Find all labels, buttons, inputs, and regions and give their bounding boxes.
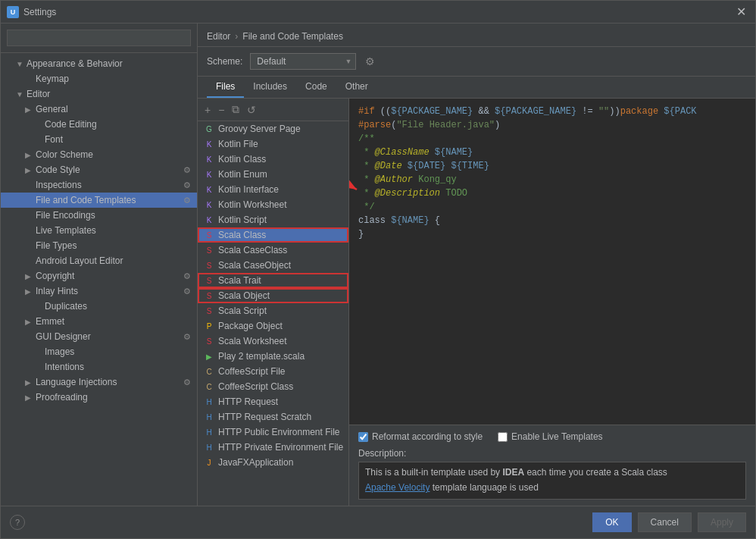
file-item-scala-trait[interactable]: S Scala Trait [198, 273, 348, 288]
apache-velocity-link[interactable]: Apache Velocity [365, 482, 430, 493]
scheme-label: Scheme: [207, 56, 242, 67]
tab-files[interactable]: Files [207, 77, 244, 98]
file-item-javafx[interactable]: J JavaFXApplication [198, 455, 348, 470]
sidebar-item-code-editing[interactable]: Code Editing [1, 117, 197, 132]
live-templates-checkbox-label[interactable]: Enable Live Templates [498, 431, 603, 442]
file-item-scala-class[interactable]: S Scala Class [198, 227, 348, 243]
sidebar-item-gui-designer[interactable]: GUI Designer ⚙ [1, 329, 197, 344]
sidebar-item-file-types[interactable]: File Types [1, 238, 197, 253]
scala-icon-5: S [204, 290, 214, 301]
file-item-kotlin-interface[interactable]: K Kotlin Interface [198, 182, 348, 197]
kotlin-icon-4: K [204, 184, 214, 195]
file-item-http-private[interactable]: H HTTP Private Environment File [198, 440, 348, 455]
scheme-select[interactable]: Default Project [250, 53, 356, 70]
ok-button[interactable]: OK [592, 512, 631, 532]
apply-button[interactable]: Apply [698, 512, 746, 532]
file-item-coffeescript-class[interactable]: C CoffeeScript Class [198, 379, 348, 394]
main-content: Editor › File and Code Templates Scheme:… [198, 24, 755, 506]
code-line-2: #parse("File Header.java") [358, 118, 749, 132]
search-input[interactable] [7, 30, 191, 46]
file-item-scala-caseclass[interactable]: S Scala CaseClass [198, 243, 348, 258]
sidebar-item-copyright[interactable]: ▶ Copyright ⚙ [1, 268, 197, 284]
sidebar-item-editor[interactable]: ▼ Editor [1, 86, 197, 102]
sidebar-item-file-templates[interactable]: File and Code Templates ⚙ [1, 193, 197, 208]
file-item-kotlin-enum[interactable]: K Kotlin Enum [198, 167, 348, 182]
help-button[interactable]: ? [10, 515, 25, 530]
dialog-body: 🔍 ▼ Appearance & Behavior Keymap ▼ Edito… [1, 24, 755, 506]
reformat-checkbox-label[interactable]: Reformat according to style [358, 431, 483, 442]
tabs-row: Files Includes Code Other [198, 77, 755, 99]
add-file-button[interactable]: + [202, 102, 213, 118]
copy-file-button[interactable]: ⧉ [230, 102, 242, 118]
file-item-package-object[interactable]: P Package Object [198, 318, 348, 334]
sidebar-item-lang-injections[interactable]: ▶ Language Injections ⚙ [1, 374, 197, 390]
tab-code[interactable]: Code [296, 77, 336, 98]
sidebar-item-inspections[interactable]: Inspections ⚙ [1, 177, 197, 193]
tab-other[interactable]: Other [336, 77, 377, 98]
sidebar-item-inlay-hints[interactable]: ▶ Inlay Hints ⚙ [1, 284, 197, 299]
sidebar-item-emmet[interactable]: ▶ Emmet [1, 314, 197, 329]
reset-file-button[interactable]: ↺ [245, 102, 258, 118]
file-item-kotlin-script[interactable]: K Kotlin Script [198, 212, 348, 227]
sidebar-item-android-layout[interactable]: Android Layout Editor [1, 253, 197, 268]
file-list-panel: + − ⧉ ↺ G Groovy Server Page K Kotlin Fi… [198, 99, 349, 506]
code-line-1: #if ((${PACKAGE_NAME} && ${PACKAGE_NAME}… [358, 105, 749, 118]
template-suffix: template language is used [430, 482, 538, 493]
code-line-10: } [358, 227, 749, 241]
settings-sidebar: 🔍 ▼ Appearance & Behavior Keymap ▼ Edito… [1, 24, 198, 506]
file-item-kotlin-file[interactable]: K Kotlin File [198, 136, 348, 152]
scala-icon-3: S [204, 260, 214, 271]
app-icon: U [7, 6, 19, 18]
sidebar-item-code-style[interactable]: ▶ Code Style ⚙ [1, 162, 197, 177]
inlay-hints-badge: ⚙ [183, 287, 191, 296]
reformat-checkbox[interactable] [358, 432, 368, 442]
sidebar-item-appearance[interactable]: ▼ Appearance & Behavior [1, 56, 197, 71]
sidebar-item-proofreading[interactable]: ▶ Proofreading [1, 390, 197, 405]
sidebar-item-keymap[interactable]: Keymap [1, 71, 197, 86]
file-item-coffeescript-file[interactable]: C CoffeeScript File [198, 364, 348, 379]
coffee-icon: C [204, 366, 214, 377]
file-item-scala-object[interactable]: S Scala Object [198, 288, 348, 303]
file-item-scala-caseobject[interactable]: S Scala CaseObject [198, 258, 348, 273]
file-item-play2[interactable]: ▶ Play 2 template.scala [198, 349, 348, 364]
file-item-scala-worksheet[interactable]: S Scala Worksheet [198, 334, 348, 349]
gui-designer-badge: ⚙ [183, 332, 191, 342]
coffee-icon-2: C [204, 381, 214, 392]
java-icon: J [204, 457, 214, 468]
file-item-http-public[interactable]: H HTTP Public Environment File [198, 425, 348, 440]
copyright-badge: ⚙ [183, 271, 191, 281]
file-item-kotlin-worksheet[interactable]: K Kotlin Worksheet [198, 197, 348, 212]
sidebar-item-duplicates[interactable]: Duplicates [1, 299, 197, 314]
description-text: This is a built-in template used by IDEA… [365, 467, 739, 478]
scala-icon: S [204, 230, 214, 240]
http-icon-2: H [204, 412, 214, 422]
code-editor[interactable]: #if ((${PACKAGE_NAME} && ${PACKAGE_NAME}… [349, 99, 755, 425]
file-item-http-request[interactable]: H HTTP Request [198, 394, 348, 409]
checkboxes-row: Reformat according to style Enable Live … [358, 431, 746, 442]
sidebar-item-live-templates[interactable]: Live Templates [1, 223, 197, 238]
file-item-groovy-server[interactable]: G Groovy Server Page [198, 121, 348, 136]
sidebar-item-general[interactable]: ▶ General [1, 102, 197, 117]
remove-file-button[interactable]: − [216, 102, 226, 118]
code-line-4: * @ClassName ${NAME} [358, 146, 749, 159]
settings-tree: ▼ Appearance & Behavior Keymap ▼ Editor … [1, 53, 197, 506]
scheme-bar: Scheme: Default Project ⚙ [198, 47, 755, 77]
sidebar-item-images[interactable]: Images [1, 344, 197, 359]
sidebar-item-font[interactable]: Font [1, 132, 197, 147]
inspections-badge: ⚙ [183, 180, 191, 190]
file-item-kotlin-class[interactable]: K Kotlin Class [198, 152, 348, 167]
code-line-9: class ${NAME} { [358, 214, 749, 227]
live-templates-checkbox[interactable] [498, 432, 508, 442]
dialog-title: Settings [23, 7, 733, 17]
file-item-http-scratch[interactable]: H HTTP Request Scratch [198, 409, 348, 425]
code-line-6: * @Author Kong_qy [358, 173, 749, 186]
tab-includes[interactable]: Includes [244, 77, 296, 98]
cancel-button[interactable]: Cancel [638, 512, 692, 532]
sidebar-item-file-encodings[interactable]: File Encodings [1, 208, 197, 223]
kotlin-icon-2: K [204, 154, 214, 165]
scheme-gear-button[interactable]: ⚙ [364, 54, 376, 69]
sidebar-item-color-scheme[interactable]: ▶ Color Scheme [1, 147, 197, 162]
file-item-scala-script[interactable]: S Scala Script [198, 303, 348, 318]
close-button[interactable]: ✕ [733, 5, 749, 19]
sidebar-item-intentions[interactable]: Intentions [1, 359, 197, 374]
